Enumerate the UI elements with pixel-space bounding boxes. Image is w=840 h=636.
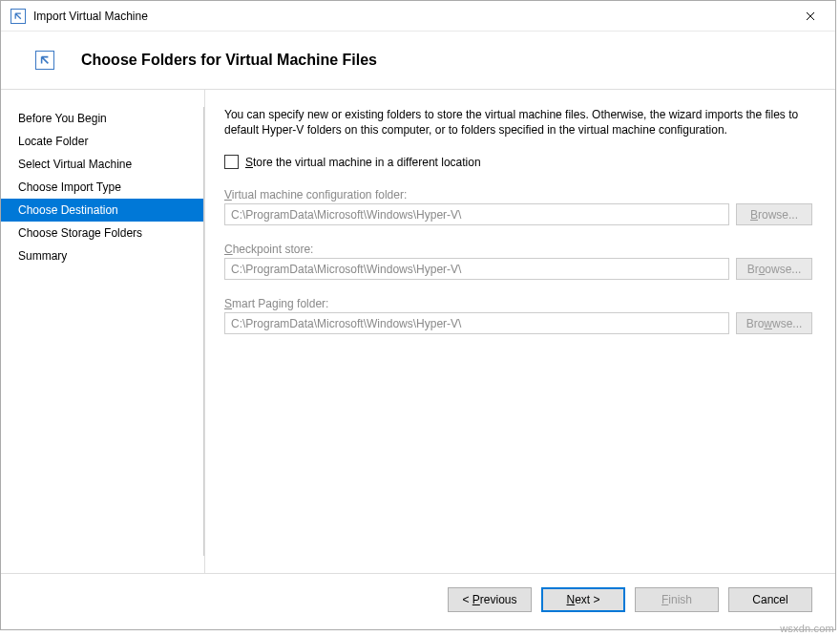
sidebar-item-label: Choose Destination	[18, 203, 118, 217]
cancel-button[interactable]: Cancel	[728, 587, 812, 612]
wizard-steps-sidebar: Before You Begin Locate Folder Select Vi…	[1, 90, 205, 573]
smart-paging-label: Smart Paging folder:	[224, 297, 812, 310]
import-vm-wizard-window: Import Virtual Machine Choose Folders fo…	[0, 0, 836, 630]
sidebar-item-destination[interactable]: Choose Destination	[1, 199, 204, 222]
different-location-row: Store the virtual machine in a different…	[224, 155, 812, 169]
sidebar-item-label: Select Virtual Machine	[18, 158, 132, 171]
smart-paging-group: Smart Paging folder: Browwse...	[224, 297, 812, 334]
sidebar-item-label: Summary	[18, 249, 67, 263]
checkpoint-store-label: Checkpoint store:	[224, 243, 812, 256]
smart-paging-input	[224, 312, 729, 334]
next-button[interactable]: Next >	[541, 587, 625, 612]
sidebar-item-label: Locate Folder	[18, 135, 88, 148]
sidebar-item-locate-folder[interactable]: Locate Folder	[1, 130, 204, 153]
import-icon	[10, 9, 26, 24]
sidebar-item-storage-folders[interactable]: Choose Storage Folders	[1, 222, 204, 244]
sidebar-item-label: Choose Import Type	[18, 180, 121, 194]
checkpoint-store-input	[224, 258, 729, 280]
wizard-main-panel: You can specify new or existing folders …	[205, 90, 835, 573]
close-button[interactable]	[788, 3, 831, 30]
titlebar: Import Virtual Machine	[1, 1, 835, 32]
vm-config-folder-label: Virtual machine configuration folder:	[224, 188, 812, 201]
wizard-header: Choose Folders for Virtual Machine Files	[1, 32, 835, 90]
sidebar-item-label: Before You Begin	[18, 112, 107, 125]
sidebar-item-select-vm[interactable]: Select Virtual Machine	[1, 153, 204, 176]
vm-config-folder-group: Virtual machine configuration folder: Br…	[224, 188, 812, 225]
description-text: You can specify new or existing folders …	[224, 107, 812, 138]
sidebar-item-label: Choose Storage Folders	[18, 226, 142, 240]
different-location-label: Store the virtual machine in a different…	[245, 156, 481, 169]
finish-button: Finish	[635, 587, 719, 612]
vm-config-folder-input	[224, 203, 729, 225]
different-location-checkbox[interactable]	[224, 155, 239, 169]
smart-paging-browse-button: Browwse...	[736, 312, 812, 334]
sidebar-item-summary[interactable]: Summary	[1, 244, 204, 267]
checkpoint-store-group: Checkpoint store: Broowse...	[224, 243, 812, 280]
checkpoint-store-browse-button: Broowse...	[736, 258, 812, 280]
window-title: Import Virtual Machine	[33, 10, 148, 23]
page-title: Choose Folders for Virtual Machine Files	[81, 52, 377, 69]
watermark-text: wsxdn.com	[780, 623, 834, 634]
import-icon	[35, 51, 54, 70]
vm-config-browse-button: Browse...	[736, 203, 812, 225]
wizard-footer: < Previous Next > Finish Cancel	[1, 573, 835, 629]
previous-button[interactable]: < Previous	[448, 587, 532, 612]
sidebar-item-import-type[interactable]: Choose Import Type	[1, 176, 204, 199]
sidebar-item-before-you-begin[interactable]: Before You Begin	[1, 107, 204, 130]
